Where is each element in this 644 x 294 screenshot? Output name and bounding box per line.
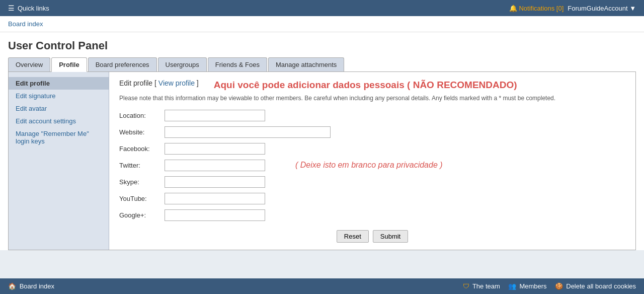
info-notice: Please note that this information may be… <box>119 94 625 103</box>
board-index-link[interactable]: Board index <box>8 20 43 28</box>
edit-profile-header: Edit profile [ View profile ] <box>119 79 199 87</box>
field-row-youtube: YouTube: <box>119 193 625 204</box>
sidebar-item-manage-remember-me[interactable]: Manage "Remember Me" login keys <box>9 127 109 148</box>
tab-friends-foes[interactable]: Friends & Foes <box>208 57 267 71</box>
notifications-label: Notifications [0] <box>519 5 564 12</box>
tab-profile[interactable]: Profile <box>51 57 87 72</box>
account-menu[interactable]: ForumGuideAccount ▼ <box>568 5 636 12</box>
input-googleplus[interactable] <box>165 209 265 221</box>
field-row-website: Website: <box>119 126 625 138</box>
bell-icon: 🔔 <box>509 5 517 12</box>
field-row-twitter: Twitter: ( Deixe isto em branco para pri… <box>119 160 625 171</box>
edit-profile-header-text: Edit profile [ <box>119 79 156 87</box>
cookie-icon: 🍪 <box>555 282 563 290</box>
sidebar-item-edit-signature[interactable]: Edit signature <box>9 90 109 102</box>
footer-left: 🏠 Board index <box>8 282 54 290</box>
view-profile-link[interactable]: View profile <box>158 79 195 87</box>
footer-delete-cookies-link[interactable]: Delete all board cookies <box>566 282 636 290</box>
input-location[interactable] <box>165 110 265 121</box>
input-skype[interactable] <box>165 176 265 188</box>
breadcrumb: Board index <box>0 16 644 32</box>
annotation-text: Aqui você pode adicionar dados pessoais … <box>214 80 517 91</box>
tab-usergroups[interactable]: Usergroups <box>158 57 207 71</box>
tab-board-preferences[interactable]: Board preferences <box>88 57 157 71</box>
field-row-facebook: Facebook: <box>119 143 625 155</box>
footer-the-team: 🛡 The team <box>463 282 500 290</box>
quick-links[interactable]: ☰ Quick links <box>8 4 49 12</box>
label-website: Website: <box>119 128 165 136</box>
sidebar: Edit profile Edit signature Edit avatar … <box>9 72 109 250</box>
input-youtube[interactable] <box>165 193 265 204</box>
team-icon: 🛡 <box>463 282 469 290</box>
privacy-note: ( Deixe isto em branco para privacidade … <box>295 161 443 170</box>
footer: 🏠 Board index 🛡 The team 👥 Members 🍪 Del… <box>0 278 644 294</box>
field-row-skype: Skype: <box>119 176 625 188</box>
footer-members: 👥 Members <box>508 282 547 290</box>
footer-delete-cookies: 🍪 Delete all board cookies <box>555 282 636 290</box>
input-facebook[interactable] <box>165 143 265 155</box>
submit-button[interactable]: Submit <box>373 230 408 243</box>
button-row: Reset Submit <box>119 230 625 243</box>
hamburger-icon: ☰ <box>8 4 15 12</box>
home-icon: 🏠 <box>8 282 16 290</box>
members-icon: 👥 <box>508 282 516 290</box>
footer-board-index-link[interactable]: Board index <box>20 282 54 290</box>
field-row-location: Location: <box>119 110 625 121</box>
quick-links-label: Quick links <box>18 5 49 12</box>
field-row-googleplus: Google+: <box>119 209 625 221</box>
tab-manage-attachments[interactable]: Manage attachments <box>268 57 344 71</box>
tab-overview[interactable]: Overview <box>8 57 50 71</box>
sidebar-item-edit-profile[interactable]: Edit profile <box>9 77 109 90</box>
label-youtube: YouTube: <box>119 195 165 202</box>
edit-profile-header-close: ] <box>197 79 199 87</box>
input-website[interactable] <box>165 126 331 138</box>
edit-profile-area: Edit profile [ View profile ] Aqui você … <box>109 72 635 250</box>
label-twitter: Twitter: <box>119 162 165 169</box>
sidebar-item-edit-avatar[interactable]: Edit avatar <box>9 102 109 115</box>
footer-members-link[interactable]: Members <box>519 282 546 290</box>
footer-the-team-link[interactable]: The team <box>472 282 500 290</box>
label-googleplus: Google+: <box>119 211 165 219</box>
tabs-nav: Overview Profile Board preferences Userg… <box>8 57 636 72</box>
footer-right: 🛡 The team 👥 Members 🍪 Delete all board … <box>463 282 636 290</box>
label-location: Location: <box>119 112 165 119</box>
page-title: User Control Panel <box>8 39 636 52</box>
panel-body: Edit profile Edit signature Edit avatar … <box>8 72 636 250</box>
sidebar-item-edit-account-settings[interactable]: Edit account settings <box>9 115 109 127</box>
input-twitter[interactable] <box>165 160 265 171</box>
label-facebook: Facebook: <box>119 145 165 153</box>
reset-button[interactable]: Reset <box>337 230 369 243</box>
top-right-nav: 🔔 Notifications [0] ForumGuideAccount ▼ <box>509 5 636 12</box>
notifications-link[interactable]: 🔔 Notifications [0] <box>509 5 564 12</box>
label-skype: Skype: <box>119 178 165 186</box>
